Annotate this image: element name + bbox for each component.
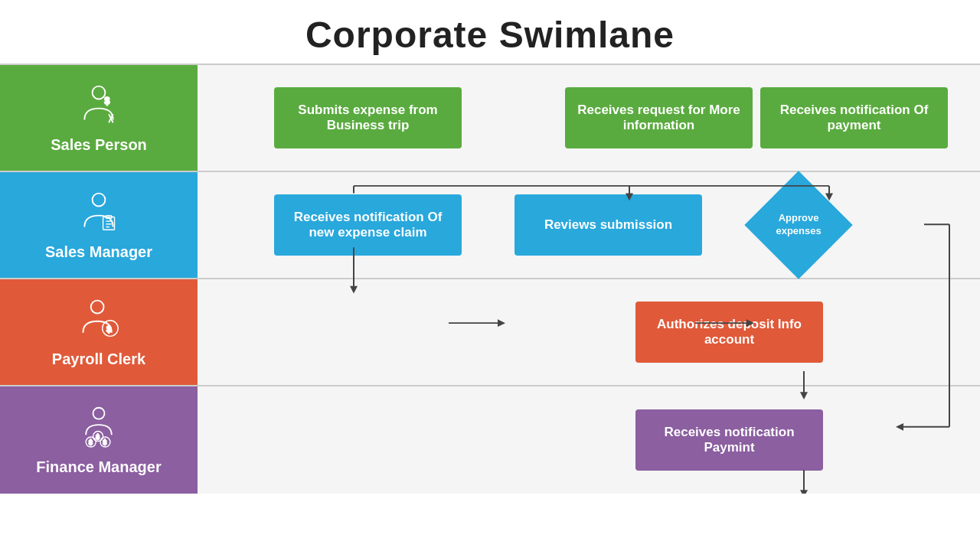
svg-text:$: $ [89,439,93,446]
reviews-box: Reviews submission [514,194,702,256]
row3-flow: Authorizes deposit Info account [213,302,965,363]
page-title: Corporate Swimlane [0,0,980,64]
svg-text:$: $ [104,96,109,106]
lane-sales-manager: Sales Manager [0,172,198,278]
swimlane-container: $ Sales Person Submits expense from Busi… [0,64,980,494]
svg-text:$: $ [106,324,111,333]
svg-point-31 [91,300,104,313]
sales-person-icon: $ [77,83,120,130]
approve-label: Approve expenses [764,212,833,238]
payroll-clerk-icon: $ [77,297,120,344]
approve-diamond-wrapper: Approve expenses [753,187,844,263]
authorizes-box: Authorizes deposit Info account [635,302,823,363]
lane-payroll-clerk-label: Payroll Clerk [52,350,145,368]
row-sales-person: $ Sales Person Submits expense from Busi… [0,65,980,172]
row-sales-manager: Sales Manager Receives notification Of n… [0,172,980,279]
page-title-container: Corporate Swimlane [0,0,980,64]
row2-flow: Receives notification Of new expense cla… [213,187,965,263]
lane-finance-manager: $ $ $ Finance Manager [0,386,198,494]
lane-sales-manager-label: Sales Manager [45,243,152,261]
receives-new-claim-box: Receives notification Of new expense cla… [274,194,462,256]
row-payroll-clerk: $ Payroll Clerk Authorizes deposit Info … [0,279,980,386]
svg-point-34 [93,407,105,419]
lane-sales-person: $ Sales Person [0,65,198,171]
lane-sales-person-content: Submits expense from Business trip Recei… [198,65,980,171]
sales-manager-svg [77,190,120,233]
payroll-clerk-svg: $ [77,297,120,340]
sales-person-svg: $ [77,83,120,126]
lane-finance-manager-content: Receives notification Paymint [198,386,980,494]
finance-manager-icon: $ $ $ [77,405,120,452]
finance-manager-svg: $ $ $ [77,405,120,448]
receives-payment-box: Receives notification Of payment [760,87,948,148]
sales-manager-icon [77,190,120,237]
lane-sales-manager-content: Receives notification Of new expense cla… [198,172,980,278]
svg-point-25 [93,193,106,206]
submits-box: Submits expense from Business trip [274,87,462,148]
svg-text:$: $ [103,439,107,446]
lane-payroll-clerk-content: Authorizes deposit Info account [198,279,980,385]
lane-payroll-clerk: $ Payroll Clerk [0,279,198,385]
approve-diamond: Approve expenses [744,171,852,279]
lane-sales-person-label: Sales Person [51,136,147,154]
svg-point-21 [93,86,106,99]
row-finance-manager: $ $ $ Finance Manager Receives notificat… [0,386,980,494]
row4-flow: Receives notification Paymint [213,409,965,471]
receives-paymint-box: Receives notification Paymint [635,409,823,471]
receives-request-box: Receives request for More information [565,87,753,148]
svg-text:$: $ [96,432,100,440]
swimlane-diagram: $ Sales Person Submits expense from Busi… [0,64,980,494]
row1-flow: Submits expense from Business trip Recei… [213,87,965,148]
lane-finance-manager-label: Finance Manager [36,458,161,476]
